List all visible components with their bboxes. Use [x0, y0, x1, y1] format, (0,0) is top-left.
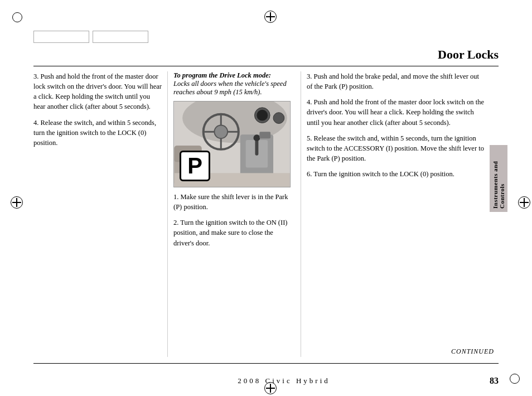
footer-model: 2008 Civic Hybrid [238, 376, 330, 385]
center-heading-bold: To program the Drive Lock mode: [173, 71, 295, 80]
drive-lock-image: P [173, 101, 291, 187]
center-item-1: 1. Make sure the shift lever is in the P… [173, 192, 295, 212]
left-item-3-text: Push and hold the front of the master do… [33, 73, 162, 110]
continued-text: CONTINUED [451, 347, 494, 356]
svg-rect-10 [255, 139, 258, 156]
center-item-2-num: 2. [173, 219, 178, 226]
right-item-6-num: 6. [307, 170, 312, 178]
page-title: Door Locks [438, 47, 499, 62]
footer: 2008 Civic Hybrid 83 [33, 376, 499, 386]
svg-point-15 [257, 110, 268, 121]
col-center: To program the Drive Lock mode: Locks al… [167, 71, 301, 357]
tab-row [33, 31, 499, 43]
tab-box-1 [33, 31, 89, 43]
circle-mark-tl [12, 12, 22, 22]
right-item-5: 5. Release the switch and, within 5 seco… [307, 133, 485, 163]
page-header: Door Locks [33, 31, 499, 62]
content-area: 3. Push and hold the front of the master… [33, 71, 496, 357]
left-item-4: 4. Release the switch, and within 5 seco… [33, 118, 162, 148]
right-item-6: 6. Turn the ignition switch to the LOCK … [307, 169, 485, 179]
svg-point-3 [214, 125, 228, 138]
footer-page-number: 83 [490, 376, 499, 386]
center-item-1-num: 1. [173, 193, 178, 201]
title-line: Door Locks [33, 47, 499, 62]
circle-mark-br [510, 374, 520, 384]
right-item-4: 4. Push and hold the front of the master… [307, 97, 485, 127]
right-item-4-num: 4. [307, 98, 312, 106]
right-item-3: 3. Push and hold the brake pedal, and mo… [307, 71, 485, 91]
right-item-6-text: Turn the ignition switch to the LOCK (0)… [313, 170, 454, 178]
right-item-3-text: Push and hold the brake pedal, and move … [307, 73, 479, 90]
p-badge: P [180, 151, 210, 181]
header-rule [33, 66, 499, 66]
center-heading-italic: Locks all doors when the vehicle's speed… [173, 80, 295, 96]
footer-rule [33, 363, 499, 364]
left-item-4-text: Release the switch, and within 5 seconds… [33, 119, 156, 147]
svg-rect-17 [259, 132, 270, 138]
left-item-3: 3. Push and hold the front of the master… [33, 71, 162, 112]
center-item-2: 2. Turn the ignition switch to the ON (I… [173, 218, 295, 248]
col-right: 3. Push and hold the brake pedal, and mo… [301, 71, 496, 357]
svg-point-11 [253, 134, 260, 141]
right-item-4-text: Push and hold the front of the master do… [307, 98, 484, 126]
left-item-3-num: 3. [33, 73, 38, 80]
col-left: 3. Push and hold the front of the master… [33, 71, 167, 357]
left-item-4-num: 4. [33, 119, 38, 127]
center-item-1-text: Make sure the shift lever is in the Park… [173, 193, 288, 211]
svg-point-16 [273, 113, 284, 124]
right-item-5-text: Release the switch and, within 5 seconds… [307, 134, 484, 162]
right-item-3-num: 3. [307, 73, 312, 80]
center-item-2-text: Turn the ignition switch to the ON (II) … [173, 219, 288, 247]
tab-box-2 [93, 31, 148, 43]
right-item-5-num: 5. [307, 134, 312, 142]
